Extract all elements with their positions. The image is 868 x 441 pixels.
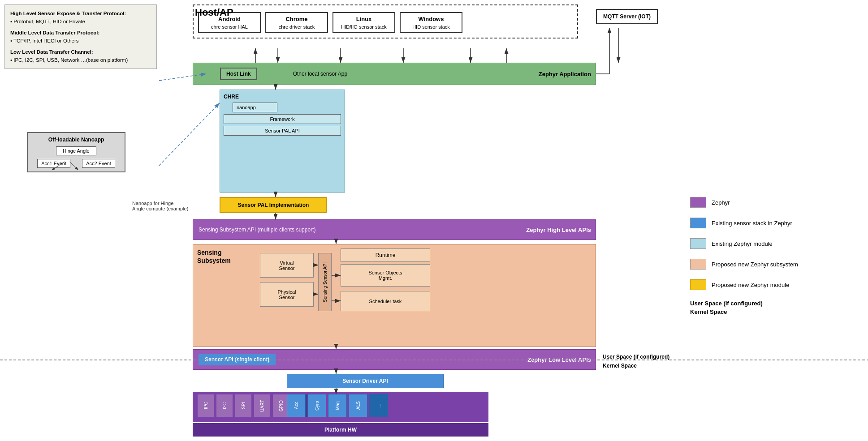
protocol-item-3: • IPC, I2C, SPI, USB, Network …(base on …: [10, 56, 151, 64]
scheduler-label: Scheduler task: [369, 299, 402, 304]
physical-sensor-box: PhysicalSensor: [260, 282, 314, 307]
sensor-chip-gyro: Gyro: [307, 394, 326, 417]
hw-chip-i2c: I2C: [216, 394, 233, 417]
protocol-item-2: • TCP/IP, Intel HECI or Others: [10, 37, 151, 45]
legend-label-proposed-module: Proposed new Zephyr module: [712, 282, 789, 288]
acc1-event: Acc1 Event: [37, 159, 70, 168]
dashed-divider: [0, 360, 868, 360]
user-space-label: User Space (if configured): [603, 354, 669, 360]
legend-label-existing-zephyr: Existing Zephyr module: [712, 240, 773, 247]
virtual-sensor-box: VirtualSensor: [260, 253, 314, 278]
legend-box: Zephyr Existing sensor stack in Zephyr E…: [690, 197, 860, 317]
zephyr-app-bar: Host Link Other local sensor App Zephyr …: [193, 63, 596, 85]
zephyr-high-label: Zephyr High Level APIs: [526, 227, 591, 233]
hinge-angle-box: Hinge Angle: [56, 146, 96, 155]
legend-proposed-module: Proposed new Zephyr module: [690, 279, 860, 290]
kernel-space-label: Kernel Space: [603, 363, 637, 369]
hw-chip-spi: SPI: [235, 394, 252, 417]
platform-hw-bar: Platform HW: [193, 423, 488, 437]
protocol-title-2: Middle Level Data Transfer Protocol:: [10, 29, 151, 37]
zephyr-high-bar: Sensing Subsystem API (multiple clients …: [193, 219, 596, 240]
legend-swatch-zephyr: [690, 197, 706, 208]
nanoapp-offload-title: Off-loadable Nanoapp: [31, 137, 121, 143]
svg-line-9: [159, 103, 220, 166]
legend-user-space-section: User Space (if configured) Kernel Space: [690, 300, 860, 315]
zephyr-app-label: Zephyr Application: [539, 71, 591, 77]
acc2-event: Acc2 Event: [82, 159, 115, 168]
legend-existing-zephyr: Existing Zephyr module: [690, 238, 860, 249]
host-ap-title: Host/AP: [195, 7, 233, 18]
framework-inner: Framework: [224, 114, 341, 124]
nanoapp-inner: nanoapp: [233, 103, 277, 112]
sensor-driver-api-label: Sensor Driver API: [342, 378, 388, 384]
host-link-box: Host Link: [220, 68, 257, 80]
other-sensor-label: Other local sensor App: [293, 71, 347, 77]
na-events: Acc1 Event Acc2 Event: [31, 159, 121, 168]
chre-box: CHRE nanoapp Framework Sensor PAL API: [220, 90, 345, 193]
host-boxes: Android chre sensor HAL Chrome chre driv…: [198, 12, 573, 33]
protocol-item-1: • Protobuf, MQTT, HID or Private: [10, 17, 151, 26]
hw-chip-ipc: IPC: [197, 394, 214, 417]
android-sub: chre sensor HAL: [203, 24, 255, 30]
legend-existing-sensor: Existing sensor stack in Zephyr: [690, 218, 860, 228]
linux-sub: HID/IIO sensor stack: [338, 24, 390, 30]
windows-box: Windows HID sensor stack: [400, 12, 462, 33]
sensing-sensor-api-bar: Sensing Sensor API: [318, 253, 332, 311]
legend-swatch-proposed-subsystem: [690, 259, 706, 270]
windows-sub: HID sensor stack: [405, 24, 457, 30]
chre-title: CHRE: [224, 94, 341, 100]
runtime-label: Runtime: [376, 252, 396, 258]
legend-swatch-proposed-module: [690, 279, 706, 290]
virtual-sensor-label: VirtualSensor: [279, 260, 295, 271]
legend-zephyr: Zephyr: [690, 197, 860, 208]
windows-title: Windows: [405, 16, 457, 22]
sensor-chips: Acc Gyro Mag ALS …: [287, 394, 388, 417]
chrome-title: Chrome: [271, 16, 323, 22]
legend-label-existing-sensor: Existing sensor stack in Zephyr: [712, 220, 792, 227]
chrome-box: Chrome chre driver stack: [265, 12, 328, 33]
legend-swatch-existing-sensor: [690, 218, 706, 228]
legend-swatch-existing-zephyr: [690, 238, 706, 249]
protocol-legend-box: High Level Sensor Expose & Transfer Prot…: [4, 4, 157, 69]
diagram-container: High Level Sensor Expose & Transfer Prot…: [0, 0, 868, 441]
protocol-title-3: Low Level Data Transfer Channel:: [10, 48, 151, 56]
legend-user-space-label: User Space (if configured): [690, 300, 860, 307]
linux-title: Linux: [338, 16, 390, 22]
chrome-sub: chre driver stack: [271, 24, 323, 30]
protocol-title-1: High Level Sensor Expose & Transfer Prot…: [10, 9, 151, 17]
sensor-chip-dots: …: [369, 394, 388, 417]
hw-chip-uart: UART: [254, 394, 271, 417]
sensor-chip-acc: Acc: [287, 394, 306, 417]
mqtt-label: MQTT Server (IOT): [603, 13, 651, 20]
linux-box: Linux HID/IIO sensor stack: [333, 12, 395, 33]
nanoapp-label: Nanoapp for Hinge Angle compute (example…: [132, 201, 204, 211]
runtime-box: Runtime: [341, 248, 430, 262]
legend-label-proposed-subsystem: Proposed new Zephyr subsystem: [712, 261, 798, 268]
nanoapp-offload-box: Off-loadable Nanoapp Hinge Angle Acc1 Ev…: [27, 132, 125, 172]
sensor-driver-api: Sensor Driver API: [287, 374, 444, 388]
legend-kernel-space-label: Kernel Space: [690, 308, 860, 315]
sensing-subsys-api-label: Sensing Subsystem API (multiple clients …: [199, 227, 526, 233]
host-ap-box: Android chre sensor HAL Chrome chre driv…: [193, 4, 578, 39]
sensor-objects-box: Sensor ObjectsMgmt.: [341, 264, 430, 287]
physical-sensor-label: PhysicalSensor: [278, 289, 296, 300]
sensor-pal-impl-label: Sensor PAL Implementation: [238, 202, 309, 208]
sensor-pal-api-inner: Sensor PAL API: [224, 126, 341, 136]
mqtt-server-box: MQTT Server (IOT): [596, 9, 658, 24]
platform-hw-label: Platform HW: [324, 427, 357, 433]
sensor-objects-label: Sensor ObjectsMgmt.: [368, 270, 402, 281]
host-link-label: Host Link: [226, 71, 251, 77]
scheduler-box: Scheduler task: [341, 291, 430, 311]
sensor-chip-mag: Mag: [328, 394, 347, 417]
ss-title: SensingSubsystem: [197, 248, 246, 265]
legend-proposed-subsystem: Proposed new Zephyr subsystem: [690, 259, 860, 270]
sensor-pal-impl: Sensor PAL Implementation: [220, 197, 327, 213]
sensor-chip-als: ALS: [349, 394, 367, 417]
sensing-sensor-api-label: Sensing Sensor API: [323, 262, 328, 302]
legend-label-zephyr: Zephyr: [712, 199, 730, 206]
